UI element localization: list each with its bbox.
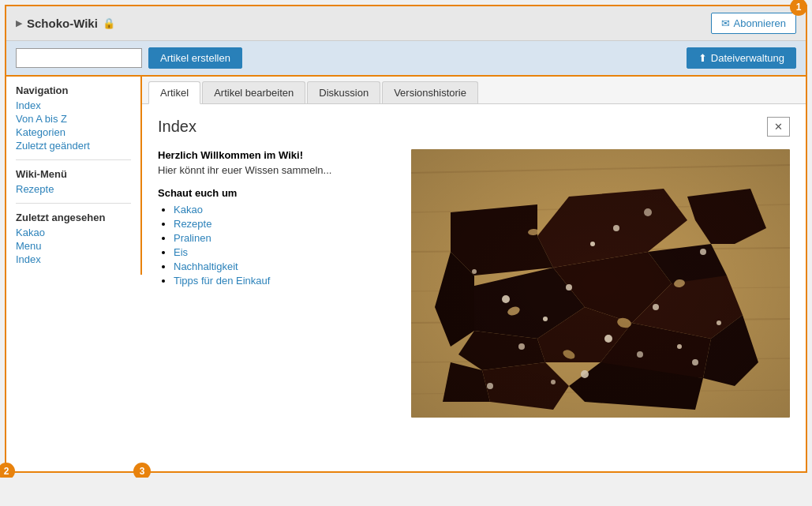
nav-section-title: Navigation [16,84,131,96]
sidebar: Navigation Index Von A bis Z Kategorien … [6,77,142,275]
article-list: Kakao Rezepte Pralinen Eis Nachhaltigkei… [158,204,395,287]
list-item: Nachhaltigkeit [174,260,395,272]
sidebar-link-kategorien[interactable]: Kategorien [16,126,131,138]
wiki-title: Schoko-Wiki [27,17,98,30]
search-input[interactable] [16,48,142,68]
sidebar-link-menu[interactable]: Menu [16,240,131,252]
header: ▶ Schoko-Wiki 🔒 1 ✉ Abonnieren [6,6,806,41]
welcome-heading: Herzlich Willkommen im Wiki! [158,149,395,161]
badge-2: 2 [0,463,15,478]
sidebar-link-zuletzt-geaendert[interactable]: Zuletzt geändert [16,140,131,152]
create-article-button[interactable]: Artikel erstellen [148,47,242,69]
list-item: Kakao [174,204,395,216]
sidebar-link-index[interactable]: Index [16,99,131,111]
file-management-button[interactable]: ⬆ Dateiverwaltung [687,47,796,69]
tab-artikel-bearbeiten[interactable]: Artikel bearbeiten [202,81,305,103]
tabs-bar: Artikel Artikel bearbeiten Diskussion Ve… [142,77,806,104]
sidebar-link-kakao[interactable]: Kakao [16,227,131,238]
upload-icon: ⬆ [698,52,707,64]
sidebar-link-von-a-bis-z[interactable]: Von A bis Z [16,113,131,125]
badge-3: 3 [133,463,151,478]
list-link-rezepte[interactable]: Rezepte [174,218,211,230]
sidebar-link-rezepte[interactable]: Rezepte [16,183,131,195]
list-item: Rezepte [174,218,395,230]
wiki-menu-title: Wiki-Menü [16,168,131,180]
subscribe-button[interactable]: ✉ Abonnieren [711,13,797,34]
tab-artikel[interactable]: Artikel [148,81,200,104]
chevron-icon: ▶ [16,18,22,28]
welcome-subtitle: Hier könnt ihr euer Wissen sammeln... [158,164,395,176]
article-area: Index ✕ Herzlich Willkommen im Wiki! Hie… [142,104,806,430]
lock-icon: 🔒 [103,17,115,29]
article-title: Index [158,118,196,136]
list-link-tipps[interactable]: Tipps für den Einkauf [174,275,270,287]
chocolate-image [411,149,790,418]
section-title: Schaut euch um [158,187,395,199]
article-text: Herzlich Willkommen im Wiki! Hier könnt … [158,149,395,418]
sidebar-link-index-recent[interactable]: Index [16,253,131,265]
list-item: Tipps für den Einkauf [174,275,395,287]
list-link-nachhaltigkeit[interactable]: Nachhaltigkeit [174,260,238,272]
main-content: Artikel Artikel bearbeiten Diskussion Ve… [142,77,806,471]
tab-diskussion[interactable]: Diskussion [307,81,380,103]
close-edit-button[interactable]: ✕ [767,117,790,137]
recent-section-title: Zuletzt angesehen [16,212,131,223]
svg-rect-47 [411,149,790,418]
list-item: Eis [174,246,395,258]
badge-1-float: 1 [790,0,807,16]
list-link-eis[interactable]: Eis [174,246,188,258]
toolbar: Artikel erstellen ⬆ Dateiverwaltung [6,41,806,77]
list-item: Pralinen [174,232,395,244]
email-icon: ✉ [721,17,730,29]
list-link-kakao[interactable]: Kakao [174,204,203,216]
tab-versionshistorie[interactable]: Versionshistorie [382,81,478,103]
list-link-pralinen[interactable]: Pralinen [174,232,211,244]
